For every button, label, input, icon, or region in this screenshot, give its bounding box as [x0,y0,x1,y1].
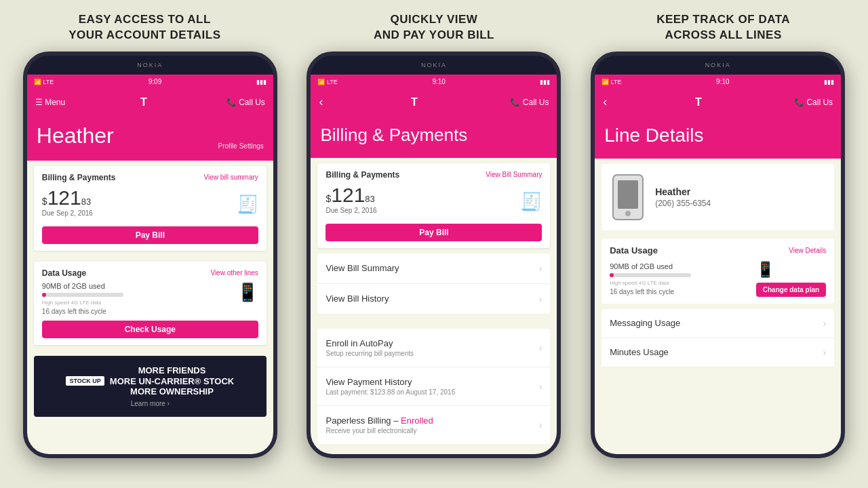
phone-3-usage-row: 90MB of 2GB used High speed 4G LTE data … [610,261,826,297]
phone-1-hero: Heather Profile Settings [27,115,273,161]
phone-3-usage-title: Data Usage [610,245,658,256]
phone-3-data-subtitle: High speed 4G LTE data [610,280,749,286]
phone-3-top-bar: NOKIA [595,56,841,75]
phone-1-data-title: Data Usage [42,268,86,278]
phone-1-check-usage-btn[interactable]: Check Usage [42,321,258,338]
phone-1-device-icon: 📱 [237,282,258,303]
svg-point-5 [625,211,631,216]
phone-1-status-bar: 📶 LTE 9:09 ▮▮▮ [27,75,273,89]
phone-3-battery: ▮▮▮ [824,79,834,85]
phone-1-billing-header: Billing & Payments View bill summary [42,173,258,182]
phone-1-view-bill-link[interactable]: View bill summary [203,174,258,181]
phone-2-back-btn[interactable]: ‹ [319,95,323,109]
phone-2-pay-btn[interactable]: Pay Bill [326,224,542,241]
phone-2-due-date: Due Sep 2, 2016 [326,207,376,214]
phone-3-view-details[interactable]: View Details [789,247,826,254]
t-mobile-logo-2: T [408,94,425,110]
promo-learn-more[interactable]: Learn more › [131,400,170,407]
phone-3-wrapper: NOKIA 📶 LTE 9:10 ▮▮▮ ‹ T 📞 Call Us Line … [589,52,847,458]
phone-1-content: Heather Profile Settings Billing & Payme… [27,115,273,454]
phone-1-data-card: Data Usage View other lines 90MB of 2GB … [34,262,267,345]
svg-text:T: T [140,96,147,108]
phone-3-data-cycle: 16 days left this cycle [610,288,749,296]
top-headings: EASY ACCESS TO ALL YOUR ACCOUNT DETAILS … [0,0,868,52]
phone-1-profile-settings[interactable]: Profile Settings [218,142,264,150]
phone-1-signal: 📶 LTE [34,79,54,85]
phone-2-enroll-autopay[interactable]: Enroll in AutoPay Setup recurring bill p… [317,329,550,367]
phone-1-call-btn[interactable]: 📞 Call Us [226,98,265,107]
phone-1-nav: ☰ Menu T 📞 Call Us [27,89,273,115]
phone-3-minutes-usage[interactable]: Minutes Usage › [601,338,834,367]
phone-3-call-btn[interactable]: 📞 Call Us [794,98,833,107]
promo-line2: MORE UN-CARRIER® STOCK [110,376,234,387]
phone-2-billing-title: Billing & Payments [326,170,399,180]
phone-2-payment-history[interactable]: View Payment History Last payment: $123.… [317,367,550,406]
phone-3-change-data-btn[interactable]: Change data plan [756,283,826,297]
phone-1-billing-card: Billing & Payments View bill summary $ 1… [34,166,267,251]
phone-1-data-header: Data Usage View other lines [42,268,258,278]
phone-2-wrapper: NOKIA 📶 LTE 9:10 ▮▮▮ ‹ T 📞 Call Us Billi… [305,52,563,458]
phone-1-top-bar: NOKIA [27,56,273,75]
phone-2-view-bill-summary[interactable]: View Bill Summary › [317,253,550,284]
phone-2-billing-card: Billing & Payments View Bill Summary $ 1… [317,163,550,248]
chevron-icon-2: › [539,293,542,304]
phone-1-view-other-lines[interactable]: View other lines [210,269,258,277]
t-mobile-logo-3: T [692,94,709,110]
phone-3-content: Line Details Heather (206) 355-6354 [595,115,841,454]
svg-text:T: T [695,96,702,108]
chevron-icon-7: › [823,347,826,358]
phone-1-menu-btn[interactable]: ☰ Menu [35,98,65,107]
phone-2-content: Billing & Payments Billing & Payments Vi… [311,115,557,454]
phone-3-nav: ‹ T 📞 Call Us [595,89,841,115]
phone-2-bill-amount: $ 121 83 Due Sep 2, 2016 🧾 [326,184,542,220]
phone-1-data-used: 90MB of 2GB used [42,282,230,290]
phone-3-device-card: Heather (206) 355-6354 [601,164,834,230]
phone-3-data-used: 90MB of 2GB used [610,262,749,270]
phone-1-wrapper: NOKIA 📶 LTE 9:09 ▮▮▮ ☰ Menu T 📞 Call Us … [21,52,279,458]
phone-2-paperless-billing[interactable]: Paperless Billing – Enrolled Receive you… [317,406,550,444]
phone-1-brand: NOKIA [137,62,163,68]
phone-3-progress-fill [610,273,614,277]
t-mobile-logo: T [138,94,154,110]
phone-1-amount: $ 121 83 [42,186,93,209]
phone-1-due-date: Due Sep 2, 2016 [42,209,93,217]
phone-2-menu-list: View Bill Summary › View Bill History › [317,253,550,314]
phone-2-view-bill-link[interactable]: View Bill Summary [486,171,542,178]
phone-1: NOKIA 📶 LTE 9:09 ▮▮▮ ☰ Menu T 📞 Call Us … [23,52,277,458]
chevron-icon-4: › [539,381,542,392]
phone-3-progress-container [610,273,691,277]
phone-1-battery: ▮▮▮ [256,79,267,85]
phone-3: NOKIA 📶 LTE 9:10 ▮▮▮ ‹ T 📞 Call Us Line … [591,52,845,458]
promo-tag: STOCK UP [66,376,104,386]
phone-3-time: 9:10 [716,78,729,85]
phone-3-data-usage: Data Usage View Details 90MB of 2GB used… [601,239,834,304]
phone-2-view-bill-history[interactable]: View Bill History › [317,284,550,314]
phone-2-brand: NOKIA [421,62,447,68]
phone-1-progress-fill [42,293,46,297]
phone-1-dollar: $ [42,196,47,207]
phone-device-icon [610,174,647,221]
chevron-icon-3: › [539,342,542,353]
phone-1-data-subtitle: High speed 4G LTE data [42,300,230,306]
phone-2-menu-list-2: Enroll in AutoPay Setup recurring bill p… [317,329,550,444]
phone-2-amount: $ 121 83 [326,184,376,207]
phone-3-device-icon-small: 📱 [756,261,826,279]
phone-3-hero-title: Line Details [604,125,831,146]
phone-2-hero-title: Billing & Payments [320,125,547,146]
phone-1-pay-btn[interactable]: Pay Bill [42,226,258,244]
phone-3-brand: NOKIA [705,62,731,68]
phone-3-menu-list: Messaging Usage › Minutes Usage › [601,309,834,367]
phone-3-signal: 📶 LTE [601,79,621,85]
chevron-icon-1: › [539,263,542,274]
phone-2-dollar: $ [326,193,331,204]
phone-2-nav: ‹ T 📞 Call Us [311,89,557,115]
phone-1-data-usage-row: 90MB of 2GB used High speed 4G LTE data … [42,282,258,315]
phone-1-progress-container [42,293,123,297]
phone-3-back-btn[interactable]: ‹ [603,95,607,109]
phone-2-amount-main: 121 [331,184,365,207]
phone-1-promo-banner: STOCK UP MORE FRIENDS MORE UN-CARRIER® S… [34,356,267,417]
phone-3-contact-name: Heather [655,186,826,197]
phone-2-call-btn[interactable]: 📞 Call Us [510,98,549,107]
phone-3-messaging-usage[interactable]: Messaging Usage › [601,309,834,338]
phone-2-billing-header: Billing & Payments View Bill Summary [326,170,542,180]
